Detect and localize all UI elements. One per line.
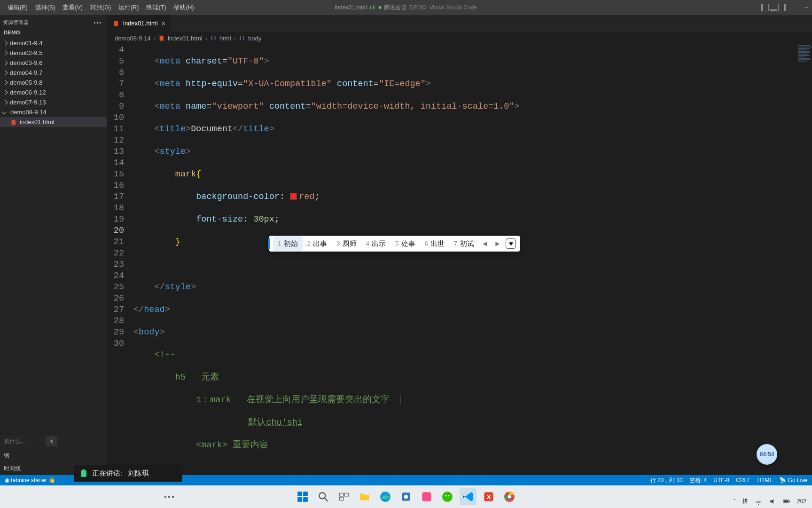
ime-candidate-6[interactable]: 6出世 [420,236,450,251]
ime-candidate-1[interactable]: 1初始 [273,236,303,251]
ime-next-icon[interactable]: ► [491,238,504,249]
svg-rect-1 [297,492,302,496]
breadcrumb-file[interactable]: index01.html [168,35,203,42]
eol-indicator[interactable]: CRLF [736,477,750,484]
folder-demo04[interactable]: demo04-9.7 [0,68,107,78]
ime-candidate-7[interactable]: 7初试 [449,236,479,251]
ime-candidate-5[interactable]: 5处事 [390,236,420,251]
tab-index01[interactable]: index01.html × [107,15,172,32]
search-row[interactable] [0,433,107,449]
menu-view[interactable]: 查看(V) [59,2,86,14]
cursor-position[interactable]: 行 20，列 33 [650,476,683,484]
tray-chevron-icon[interactable]: ˄ [733,498,736,505]
start-button[interactable] [294,488,311,505]
statusbar-right: 行 20，列 33 空格: 4 UTF-8 CRLF HTML 📡 Go Liv… [650,476,807,484]
app-red-icon[interactable]: X [480,488,497,505]
search-input[interactable] [4,438,41,444]
layout-left-icon[interactable] [761,4,769,11]
go-live-button[interactable]: 📡 Go Live [779,477,807,484]
edge-icon[interactable] [377,488,394,505]
layout-right-icon[interactable] [778,4,786,11]
code-editor[interactable]: 45678 910111213 1415161718 1920212223 24… [107,45,812,475]
menu-goto[interactable]: 转到(G) [86,2,115,14]
breadcrumb[interactable]: demo08-9.14› index01.html› html› body [107,32,812,45]
menu-terminal[interactable]: 终端(T) [142,2,170,14]
title-filename: index01.html [335,4,367,11]
svg-rect-9 [339,497,344,500]
title-meeting: 腾讯会议 [384,4,406,12]
tab-bar: index01.html × [107,15,812,32]
folder-demo03[interactable]: demo03-9.6 [0,58,107,68]
taskbar-overflow-icon[interactable] [164,496,174,498]
volume-icon[interactable] [769,498,776,505]
folder-demo07[interactable]: demo07-9.13 [0,97,107,107]
ime-settings-icon[interactable]: ♥ [506,238,516,249]
wechat-icon[interactable] [439,488,456,505]
windows-taskbar: X ˄ 拼 202 [0,485,812,508]
file-tree: demo01-9.4 demo02-9.5 demo03-9.6 demo04-… [0,37,107,127]
taskbar-tray: ˄ 拼 202 [733,497,806,505]
wifi-icon[interactable] [755,498,762,505]
svg-rect-25 [784,500,789,502]
svg-rect-13 [422,492,431,501]
breadcrumb-html[interactable]: html [219,35,231,42]
svg-line-6 [325,498,328,501]
explorer-sidebar: 资源管理器 ••• DEMO demo01-9.4 demo02-9.5 dem… [0,15,107,475]
ime-lang-icon[interactable]: 拼 [742,497,748,505]
vscode-icon[interactable] [460,488,476,505]
task-view-icon[interactable] [336,488,352,505]
explorer-icon[interactable] [356,488,373,505]
language-indicator[interactable]: HTML [757,477,773,484]
svg-point-12 [404,495,408,499]
spaces-indicator[interactable]: 空格: 4 [689,476,707,484]
svg-rect-4 [303,497,308,502]
code-content[interactable]: <meta charset="UTF-8"> <meta http-equiv=… [133,45,812,475]
title-demo: DEMO [409,4,426,11]
ime-candidate-bar[interactable]: 1初始 2出事 3厨师 4出示 5处事 6出世 7初试 ◄ ► ♥ [269,236,520,252]
folder-demo06[interactable]: demo06-9.12 [0,87,107,97]
folder-demo02[interactable]: demo02-9.5 [0,48,107,58]
folder-demo08[interactable]: demo08-9.14 [0,107,107,117]
menu-run[interactable]: 运行(R) [115,2,142,14]
line-gutter: 45678 910111213 1415161718 1920212223 24… [107,45,133,475]
chrome-icon[interactable] [501,488,518,505]
tab-label: index01.html [123,20,158,27]
layout-toggle-group [761,4,786,11]
layout-grid-icon[interactable] [796,5,797,10]
layout-bottom-icon[interactable] [770,4,777,11]
taskbar-clock[interactable]: 202 [797,498,806,505]
minimap[interactable] [797,45,812,475]
breadcrumb-body[interactable]: body [248,35,261,42]
ime-candidate-3[interactable]: 3厨师 [332,236,361,251]
folder-demo05[interactable]: demo05-9.8 [0,78,107,87]
menu-help[interactable]: 帮助(H) [170,2,197,14]
battery-icon[interactable] [783,498,790,505]
minimize-icon[interactable] [804,5,809,10]
timer-badge[interactable]: 04:54 [757,444,777,465]
menu-edit[interactable]: 编辑(E) [4,2,31,14]
settings-icon[interactable] [398,488,414,505]
folder-demo01[interactable]: demo01-9.4 [0,38,107,48]
encoding-indicator[interactable]: UTF-8 [713,477,729,484]
tabnine-status[interactable]: ◉ tabnine starter 👋 [5,477,55,484]
app-pink-icon[interactable] [418,488,435,505]
titlebar: 编辑(E) 选择(S) 查看(V) 转到(G) 运行(R) 终端(T) 帮助(H… [0,0,812,15]
ime-candidate-4[interactable]: 4出示 [361,236,391,251]
file-index01[interactable]: index01.html [0,117,107,127]
svg-point-16 [448,495,450,496]
collapse-icon[interactable] [46,436,57,446]
svg-point-5 [319,492,325,499]
close-icon[interactable]: × [162,20,165,27]
text-cursor [400,395,400,404]
breadcrumb-folder[interactable]: demo08-9.14 [115,35,151,42]
menu-select[interactable]: 选择(S) [31,2,59,14]
mic-icon [81,469,86,477]
ime-candidate-2[interactable]: 2出事 [303,236,332,251]
project-name[interactable]: DEMO [0,28,107,37]
ime-prev-icon[interactable]: ◄ [479,238,492,249]
search-icon[interactable] [315,488,332,505]
color-swatch-icon [290,193,297,200]
more-icon[interactable]: ••• [94,20,102,25]
svg-rect-3 [297,497,302,502]
outline-panel[interactable]: 纲 [0,449,107,462]
